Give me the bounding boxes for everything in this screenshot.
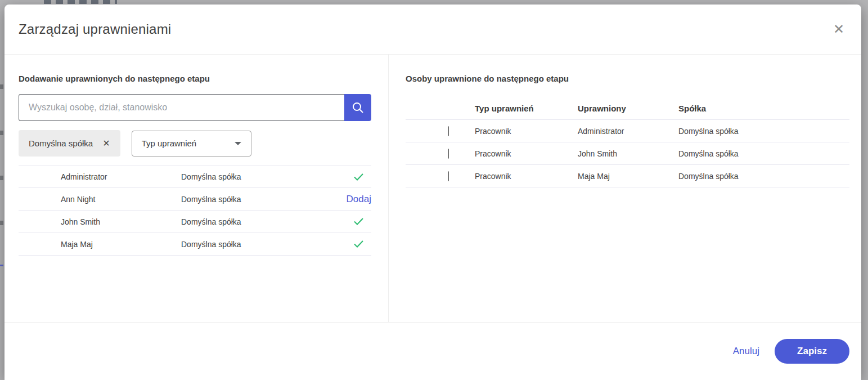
person-company: Domyślna spółka bbox=[181, 172, 331, 181]
row-checkbox[interactable] bbox=[448, 149, 449, 159]
company-filter-chip[interactable]: Domyślna spółka ✕ bbox=[19, 130, 120, 157]
background-page-fragment bbox=[0, 265, 3, 266]
column-header-person: Uprawniony bbox=[578, 104, 678, 113]
person-company: Domyślna spółka bbox=[181, 240, 331, 249]
save-button[interactable]: Zapisz bbox=[775, 339, 849, 364]
dropdown-label: Typ uprawnień bbox=[142, 138, 197, 148]
list-item: Administrator Domyślna spółka bbox=[19, 166, 371, 188]
list-item: Maja Maj Domyślna spółka bbox=[19, 233, 371, 256]
person-name: Maja Maj bbox=[61, 240, 181, 249]
background-page-fragment bbox=[0, 84, 3, 89]
entitled-company: Domyślna spółka bbox=[678, 127, 849, 136]
row-checkbox[interactable] bbox=[448, 126, 449, 136]
cancel-button[interactable]: Anuluj bbox=[733, 346, 759, 357]
chevron-down-icon bbox=[235, 142, 241, 145]
table-header-row: Typ uprawnień Uprawniony Spółka bbox=[406, 97, 849, 120]
search-results-list: Administrator Domyślna spółka Ann Night … bbox=[19, 166, 371, 256]
entitled-person: John Smith bbox=[578, 149, 678, 158]
left-panel-heading: Dodawanie uprawnionych do następnego eta… bbox=[19, 74, 371, 83]
person-name: Ann Night bbox=[61, 195, 181, 204]
permission-type: Pracownik bbox=[475, 149, 578, 158]
entitled-person: Maja Maj bbox=[578, 172, 678, 181]
background-page-fragment bbox=[44, 0, 117, 4]
column-header-type: Typ uprawnień bbox=[475, 104, 578, 113]
entitled-people-panel: Osoby uprawnione do następnego etapu Typ… bbox=[389, 55, 861, 322]
background-page-fragment bbox=[0, 176, 3, 180]
entitled-table: Typ uprawnień Uprawniony Spółka Pracowni… bbox=[406, 97, 849, 187]
dialog-footer: Anuluj Zapisz bbox=[5, 322, 861, 380]
list-item: John Smith Domyślna spółka bbox=[19, 211, 371, 233]
right-panel-heading: Osoby uprawnione do następnego etapu bbox=[406, 74, 849, 83]
permission-type: Pracownik bbox=[475, 172, 578, 181]
permission-type-dropdown[interactable]: Typ uprawnień bbox=[132, 131, 251, 157]
person-company: Domyślna spółka bbox=[181, 195, 331, 204]
close-icon[interactable]: ✕ bbox=[831, 20, 847, 38]
dialog-body: Dodawanie uprawnionych do następnego eta… bbox=[5, 55, 861, 322]
table-row: Pracownik John Smith Domyślna spółka bbox=[406, 142, 849, 165]
add-person-button[interactable]: Dodaj bbox=[347, 194, 371, 205]
table-row: Pracownik Maja Maj Domyślna spółka bbox=[406, 165, 849, 187]
person-name: Administrator bbox=[61, 172, 181, 181]
entitled-company: Domyślna spółka bbox=[678, 172, 849, 181]
entitled-company: Domyślna spółka bbox=[678, 149, 849, 158]
filter-row: Domyślna spółka ✕ Typ uprawnień bbox=[19, 130, 371, 157]
search-icon bbox=[352, 101, 364, 114]
person-name: John Smith bbox=[61, 217, 181, 226]
entitled-person: Administrator bbox=[578, 127, 678, 136]
added-check-icon bbox=[354, 240, 363, 248]
background-page-fragment bbox=[0, 131, 3, 135]
added-check-icon bbox=[354, 173, 363, 181]
table-row: Pracownik Administrator Domyślna spółka bbox=[406, 120, 849, 142]
company-chip-label: Domyślna spółka bbox=[29, 138, 93, 148]
manage-permissions-dialog: Zarządzaj uprawnieniami ✕ Dodawanie upra… bbox=[5, 5, 861, 380]
column-header-company: Spółka bbox=[678, 104, 849, 113]
page-title: Zarządzaj uprawnieniami bbox=[19, 21, 171, 37]
permission-type: Pracownik bbox=[475, 127, 578, 136]
list-item: Ann Night Domyślna spółka Dodaj bbox=[19, 188, 371, 211]
added-check-icon bbox=[354, 218, 363, 225]
row-checkbox[interactable] bbox=[448, 171, 449, 181]
search-input[interactable] bbox=[19, 94, 344, 121]
dialog-header: Zarządzaj uprawnieniami ✕ bbox=[5, 5, 861, 55]
add-entitled-panel: Dodawanie uprawnionych do następnego eta… bbox=[5, 55, 389, 322]
background-page-fragment bbox=[0, 221, 3, 225]
search-bar bbox=[19, 94, 371, 121]
remove-filter-icon[interactable]: ✕ bbox=[102, 139, 110, 148]
search-button[interactable] bbox=[344, 94, 371, 121]
person-company: Domyślna spółka bbox=[181, 217, 331, 226]
